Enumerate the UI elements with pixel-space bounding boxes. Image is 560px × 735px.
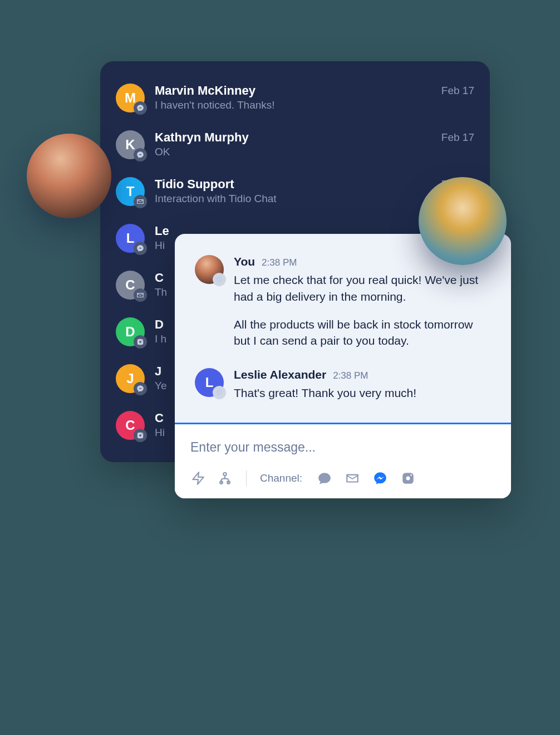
avatar: J (116, 364, 145, 393)
message-preview: OK (155, 146, 431, 158)
message-body: You2:38 PMLet me check that for you real… (234, 255, 491, 349)
svg-point-12 (410, 474, 412, 476)
avatar-initial: C (125, 277, 135, 293)
chat-panel: You2:38 PMLet me check that for you real… (175, 234, 511, 498)
avatar-initial: M (125, 90, 136, 106)
inbox-item-text: Tidio SupportInteraction with Tidio Chat (155, 177, 431, 205)
avatar: D (116, 317, 145, 346)
avatar: L (195, 368, 224, 397)
messenger-icon (134, 242, 147, 255)
channel-email-icon[interactable] (345, 471, 360, 486)
floating-avatar-agent (27, 134, 111, 218)
avatar-initial: T (126, 184, 135, 199)
svg-point-5 (141, 433, 142, 434)
composer: Channel: (175, 423, 511, 498)
avatar: L (116, 224, 145, 253)
messenger-icon (134, 382, 147, 395)
message-preview: Interaction with Tidio Chat (155, 193, 431, 205)
chat-message: LLeslie Alexander2:38 PMThat's great! Th… (195, 368, 491, 401)
composer-toolbar: Channel: (175, 466, 511, 498)
svg-point-2 (141, 340, 142, 340)
avatar-initial: K (125, 137, 135, 153)
avatar-initial: J (126, 371, 134, 386)
contact-name: Tidio Support (155, 177, 431, 192)
floating-avatar-customer (419, 177, 507, 265)
email-icon (134, 195, 147, 208)
inbox-item[interactable]: KKathryn MurphyOKFeb 17 (100, 121, 490, 168)
messenger-icon (134, 148, 147, 161)
avatar-initial: L (126, 231, 135, 246)
message-time: 2:38 PM (333, 370, 368, 381)
message-text: All the products will be back in stock t… (234, 316, 491, 350)
channel-messenger-icon[interactable] (372, 471, 388, 486)
messenger-icon (213, 273, 226, 286)
avatar: T (116, 177, 145, 206)
message-date: Feb 17 (441, 131, 474, 144)
email-icon (134, 288, 147, 302)
avatar-initial: D (125, 324, 135, 340)
svg-point-11 (406, 477, 410, 481)
messenger-icon (213, 386, 226, 399)
avatar: K (116, 130, 145, 159)
sender-name: You (234, 255, 255, 268)
message-preview: I haven't noticed. Thanks! (155, 99, 431, 111)
channel-selector (317, 471, 416, 486)
inbox-item[interactable]: MMarvin McKinneyI haven't noticed. Thank… (100, 75, 490, 121)
channel-chat-icon[interactable] (317, 471, 332, 486)
instagram-icon (134, 429, 147, 442)
svg-point-1 (139, 341, 141, 343)
instagram-icon (134, 335, 147, 349)
message-time: 2:38 PM (262, 257, 297, 268)
svg-point-4 (139, 434, 141, 437)
toolbar-divider (246, 471, 247, 486)
contact-name: Marvin McKinney (155, 84, 431, 98)
message-input[interactable] (175, 424, 511, 466)
inbox-item-text: Kathryn MurphyOK (155, 130, 431, 158)
quick-reply-icon[interactable] (190, 471, 206, 486)
channel-instagram-icon[interactable] (400, 471, 416, 486)
channel-label: Channel: (260, 472, 302, 484)
chat-message: You2:38 PMLet me check that for you real… (195, 255, 491, 349)
message-body: Leslie Alexander2:38 PMThat's great! Tha… (234, 368, 491, 401)
avatar (195, 255, 224, 284)
avatar: C (116, 411, 145, 440)
svg-marker-6 (193, 472, 204, 484)
bot-flow-icon[interactable] (217, 471, 233, 486)
message-text: That's great! Thank you very much! (234, 385, 491, 401)
message-text: Let me check that for you real quick! We… (234, 272, 491, 305)
inbox-item-text: Marvin McKinneyI haven't noticed. Thanks… (155, 84, 431, 111)
avatar: M (116, 84, 145, 112)
sender-name: Leslie Alexander (234, 368, 326, 381)
avatar: C (116, 271, 145, 300)
message-date: Feb 17 (441, 85, 474, 97)
messenger-icon (134, 101, 147, 115)
avatar-initial: C (125, 418, 135, 433)
contact-name: Kathryn Murphy (155, 130, 431, 145)
